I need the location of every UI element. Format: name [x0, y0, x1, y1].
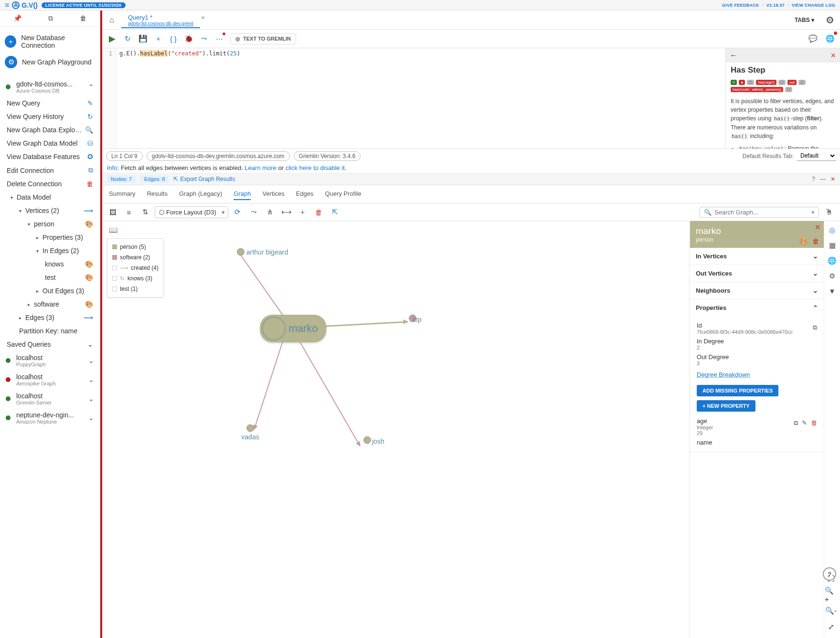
connection-item[interactable]: localhostPuppyGraph ⌄	[0, 351, 100, 370]
tree-test[interactable]: test🎨	[0, 271, 100, 284]
legend-item[interactable]: person (5)	[112, 242, 159, 252]
license-badge[interactable]: LICENSE ACTIVE UNTIL 01/02/2026	[42, 2, 126, 8]
tab-results[interactable]: Results	[147, 188, 168, 200]
zoom-out-icon[interactable]: 🔍-	[825, 605, 837, 617]
learn-more-link[interactable]: Learn more	[245, 164, 276, 171]
copy-icon[interactable]: ⧉	[794, 419, 798, 427]
section-neighbors[interactable]: Neighboors⌄	[690, 282, 824, 299]
chevron-up-icon[interactable]: ⌃	[88, 83, 94, 91]
save-button[interactable]: 💾	[136, 32, 150, 46]
graph-node[interactable]: arthur bigeard	[237, 248, 245, 257]
new-property-button[interactable]: + NEW PROPERTY	[697, 400, 755, 412]
target-icon[interactable]: ◎	[829, 226, 835, 234]
new-playground-button[interactable]: ⚙ New Graph Playground	[5, 53, 95, 72]
history-button[interactable]: ↻	[120, 32, 135, 46]
menu-features[interactable]: View Database Features✪	[0, 150, 100, 163]
chevron-down-icon[interactable]: ⌄	[88, 414, 94, 422]
chat-icon[interactable]: 💬	[806, 32, 820, 46]
format-button[interactable]: { }	[166, 32, 181, 46]
add-button[interactable]: ＋	[151, 32, 165, 46]
layout-dropdown[interactable]: ⬡Force Layout (D3)	[155, 206, 228, 218]
close-icon[interactable]: ✕	[830, 176, 835, 182]
tab-summary[interactable]: Summary	[109, 188, 136, 200]
app-logo[interactable]: ⁂ G.V()	[12, 1, 37, 9]
changelog-link[interactable]: VIEW CHANGE LOG	[792, 3, 835, 8]
table-icon[interactable]: ▦	[829, 241, 836, 250]
close-icon[interactable]: ✕	[830, 52, 836, 59]
feedback-link[interactable]: GIVE FEEDBACK	[722, 3, 759, 8]
palette-icon[interactable]: 🎨	[799, 237, 808, 245]
legend-item[interactable]: software (2)	[112, 252, 159, 263]
graph-node[interactable]: lop	[409, 315, 416, 324]
menu-new-query[interactable]: New Query✎	[0, 96, 100, 110]
mouse-icon[interactable]: 🖱	[822, 208, 836, 216]
trash-icon[interactable]: 🗑	[811, 419, 817, 427]
chevron-down-icon[interactable]: ▾	[811, 209, 815, 216]
graph-node[interactable]: josh	[363, 436, 371, 446]
connection-item[interactable]: gdotv-ltd-cosmos... Azure Cosmos DB ⌃	[0, 77, 100, 96]
copy-icon[interactable]: ⧉	[48, 14, 53, 22]
export-icon[interactable]: ⇱	[329, 205, 342, 219]
debug-button[interactable]: 🐞	[181, 32, 196, 46]
path-button[interactable]: ⤳	[197, 32, 211, 46]
close-tab-icon[interactable]: ×	[201, 14, 205, 21]
refresh-icon[interactable]: ⟳	[231, 205, 245, 219]
connection-item[interactable]: localhostGremlin Server ⌄	[0, 389, 100, 408]
trash-icon[interactable]: 🗑	[812, 237, 819, 245]
legend-item[interactable]: ⟶created (4)	[112, 263, 159, 273]
fit-icon[interactable]: ⤢	[825, 621, 837, 633]
connection-item[interactable]: neptune-dev-ngin...Amazon Neptune ⌄	[0, 408, 100, 427]
sliders-icon[interactable]: ⚙	[829, 272, 835, 280]
graph-edge[interactable]	[298, 339, 361, 447]
tree-software[interactable]: ▸software🎨	[0, 298, 100, 311]
branch-icon[interactable]: ⤳	[247, 205, 261, 219]
code-editor[interactable]: 1 g.E().hasLabel("created").limit(25) ← …	[102, 48, 840, 149]
query-tab[interactable]: Query1 * gdotv-ltd-cosmos-db-dev.greml ×	[121, 12, 200, 28]
copy-icon[interactable]: ⧉	[813, 324, 817, 331]
sort-icon[interactable]: ⇅	[138, 205, 152, 219]
tree-edges[interactable]: ▸Edges (3)⟿	[0, 311, 100, 324]
menu-model[interactable]: View Graph Data Model⛁	[0, 137, 100, 150]
tree-data-model[interactable]: ▾Data Model	[0, 191, 100, 204]
edge-icon[interactable]: ⟷	[280, 205, 293, 219]
image-icon[interactable]: 🖼	[106, 205, 119, 219]
tree-vertices[interactable]: ▾Vertices (2)⟿	[0, 204, 100, 217]
degree-breakdown-link[interactable]: Degree Breakdown	[697, 371, 817, 378]
default-tab-select[interactable]: Default	[797, 151, 836, 161]
tabs-dropdown[interactable]: TABS ▾	[789, 17, 820, 23]
chevron-down-icon[interactable]: ⌄	[88, 395, 94, 403]
tree-in-edges[interactable]: ▾In Edges (2)	[0, 244, 100, 257]
zoom-in-icon[interactable]: 🔍+	[825, 588, 837, 601]
tree-partition[interactable]: Partition Key: name	[0, 324, 100, 338]
globe-icon[interactable]: 🌐	[823, 32, 837, 46]
help-icon[interactable]: ?	[812, 176, 815, 182]
export-button[interactable]: ⇱Export Graph Results	[173, 176, 235, 182]
tree-knows[interactable]: knows🎨	[0, 257, 100, 271]
trash-icon[interactable]: 🗑	[80, 14, 86, 22]
graph-node[interactable]: vadas	[246, 425, 254, 434]
tab-graph[interactable]: Graph	[234, 188, 251, 200]
tree-icon[interactable]: ⋔	[264, 205, 277, 219]
menu-history[interactable]: View Query History↻	[0, 110, 100, 123]
chevron-down-icon[interactable]: ⌄	[88, 376, 94, 383]
add-missing-button[interactable]: ADD MISSING PROPERTIES	[697, 385, 778, 396]
filter-icon[interactable]: ≡	[122, 205, 136, 219]
chevron-down-icon[interactable]: ⌄	[87, 340, 93, 348]
tree-out-edges[interactable]: ▸Out Edges (3)	[0, 284, 100, 298]
new-connection-button[interactable]: ＋ New Database Connection	[5, 31, 95, 53]
disable-link[interactable]: click here to disable it.	[286, 164, 347, 171]
plus-icon[interactable]: ＋	[296, 205, 309, 219]
legend-item[interactable]: test (1)	[112, 284, 159, 294]
menu-explorer[interactable]: New Graph Data Explor...🔍	[0, 123, 100, 137]
globe-icon[interactable]: 🌐	[828, 256, 837, 265]
search-input[interactable]	[714, 209, 811, 216]
minimize-icon[interactable]: —	[820, 176, 826, 182]
delete-icon[interactable]: 🗑	[312, 205, 326, 219]
menu-delete[interactable]: Delete Connection🗑	[0, 177, 100, 191]
fullscreen-icon[interactable]: ⛶	[825, 572, 837, 585]
section-in-vertices[interactable]: In Vertices⌄	[690, 248, 824, 265]
graph-search[interactable]: 🔍 ▾	[700, 207, 819, 218]
pin-icon[interactable]: 📌	[13, 14, 21, 22]
tab-edges[interactable]: Edges	[296, 188, 314, 200]
graph-edge[interactable]	[312, 321, 408, 328]
